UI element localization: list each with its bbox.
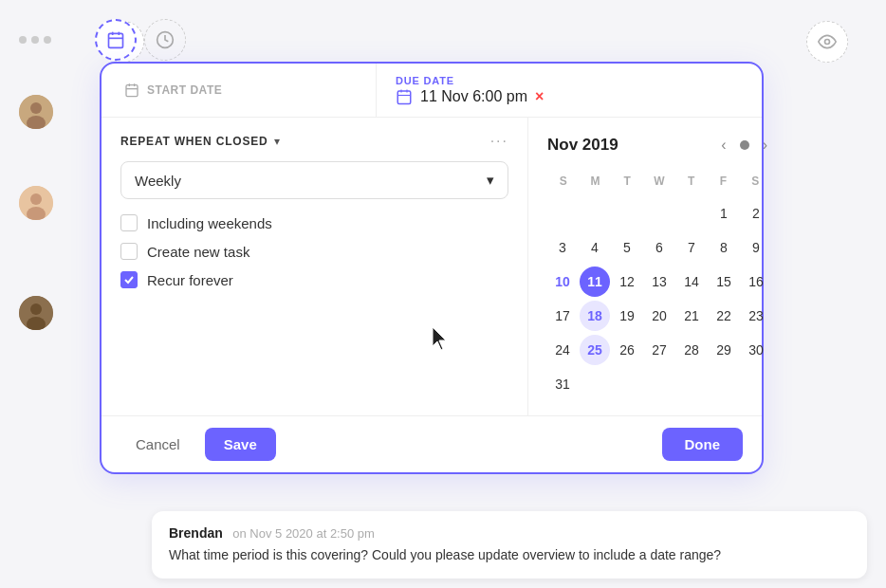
calendar-prev-button[interactable]: ‹	[717, 133, 729, 157]
calendar-day[interactable]: 24	[547, 335, 578, 365]
save-button[interactable]: Save	[205, 428, 276, 461]
calendar-day[interactable]: 10	[547, 266, 578, 297]
calendar-day[interactable]: 8	[709, 232, 739, 263]
repeat-frequency-dropdown[interactable]: Weekly ▾	[120, 161, 508, 199]
calendar-navigation: ‹ ›	[717, 133, 771, 157]
calendar-day[interactable]: 29	[709, 335, 739, 365]
calendar-day[interactable]: 16	[741, 266, 771, 297]
create-new-task-label: Create new task	[147, 244, 249, 260]
create-new-task-checkbox[interactable]	[120, 243, 138, 260]
main-modal: START DATE DUE DATE 11 Nov 6:00 pm ×	[100, 62, 764, 474]
dot-2	[31, 36, 39, 44]
repeat-header: REPEAT WHEN CLOSED ▾ ···	[120, 133, 508, 150]
weekday-s2: S	[739, 171, 771, 192]
calendar-day[interactable]: 6	[644, 232, 674, 263]
calendar-day[interactable]: 5	[612, 232, 642, 263]
weekday-t2: T	[675, 171, 708, 192]
due-date-text: 11 Nov 6:00 pm	[420, 88, 527, 105]
svg-rect-1	[109, 33, 123, 47]
modal-footer: Cancel Save Done	[102, 415, 762, 472]
calendar-day[interactable]: 17	[547, 301, 578, 331]
calendar-day[interactable]: 3	[547, 232, 578, 263]
calendar-day[interactable]: 1	[709, 198, 739, 229]
calendar-day[interactable]: 19	[612, 301, 642, 331]
checkmark-icon	[123, 274, 135, 285]
calendar-weekdays: S M T W T F S	[547, 171, 771, 192]
recur-forever-checkbox[interactable]	[120, 271, 138, 288]
including-weekends-checkbox[interactable]	[120, 214, 138, 231]
calendar-panel: Nov 2019 ‹ › S M T W T F S	[528, 118, 790, 415]
calendar-day[interactable]: 9	[741, 232, 771, 263]
svg-point-8	[30, 102, 42, 114]
footer-left: Cancel Save	[120, 428, 276, 461]
svg-point-14	[30, 303, 42, 315]
cursor-area	[120, 300, 508, 357]
comment-author: Brendan	[169, 525, 223, 541]
cancel-button[interactable]: Cancel	[120, 428, 195, 461]
calendar-day[interactable]: 12	[612, 266, 642, 297]
calendar-day[interactable]: 22	[709, 301, 739, 331]
avatars	[19, 95, 53, 330]
calendar-day[interactable]: 11	[580, 266, 610, 297]
calendar-day[interactable]: 13	[644, 266, 674, 297]
calendar-day[interactable]: 18	[580, 301, 610, 331]
start-date-section[interactable]: START DATE	[102, 64, 377, 117]
calendar-day[interactable]: 23	[741, 301, 771, 331]
recur-forever-label: Recur forever	[147, 272, 233, 288]
avatar-3	[19, 296, 53, 330]
calendar-day[interactable]: 2	[741, 198, 771, 229]
due-date-section[interactable]: DUE DATE 11 Nov 6:00 pm ×	[377, 64, 762, 117]
due-date-value: 11 Nov 6:00 pm ×	[396, 88, 743, 105]
svg-marker-24	[433, 327, 446, 350]
due-date-icon	[396, 88, 413, 105]
calendar-day[interactable]: 20	[644, 301, 674, 331]
top-dots	[19, 36, 51, 44]
done-button[interactable]: Done	[662, 428, 744, 461]
calendar-day[interactable]: 15	[709, 266, 739, 297]
comment-meta: on Nov 5 2020 at 2:50 pm	[232, 526, 375, 541]
comment-section: Brendan on Nov 5 2020 at 2:50 pm What ti…	[152, 511, 867, 579]
calendar-day[interactable]: 25	[580, 335, 610, 365]
calendar-day[interactable]: 26	[612, 335, 642, 365]
repeat-more-button[interactable]: ···	[490, 133, 508, 150]
due-date-clear-button[interactable]: ×	[535, 88, 544, 105]
eye-button[interactable]	[806, 21, 848, 63]
recur-forever-row: Recur forever	[120, 271, 508, 288]
avatar-image-3	[19, 296, 53, 330]
including-weekends-row: Including weekends	[120, 214, 508, 231]
svg-point-6	[825, 40, 830, 45]
comment-text: What time period is this covering? Could…	[169, 545, 850, 565]
avatar-1	[19, 95, 53, 129]
eye-icon	[818, 32, 837, 51]
avatar-image-1	[19, 95, 53, 129]
calendar-next-button[interactable]: ›	[759, 133, 771, 157]
avatar-image-2	[19, 186, 53, 220]
calendar-tab-button[interactable]	[95, 19, 137, 61]
calendar-grid: S M T W T F S 12345678910111213141516171…	[547, 171, 771, 400]
calendar-day[interactable]: 28	[676, 335, 707, 365]
left-panel: REPEAT WHEN CLOSED ▾ ··· Weekly ▾ Includ…	[102, 118, 528, 415]
calendar-day[interactable]: 30	[741, 335, 771, 365]
dropdown-chevron-icon: ▾	[487, 172, 494, 189]
modal-body: REPEAT WHEN CLOSED ▾ ··· Weekly ▾ Includ…	[102, 118, 762, 415]
clock-tab-button[interactable]	[144, 19, 186, 61]
calendar-day[interactable]: 27	[644, 335, 674, 365]
calendar-day[interactable]: 31	[547, 369, 578, 399]
due-date-label: DUE DATE	[396, 75, 743, 86]
calendar-day[interactable]: 7	[676, 232, 707, 263]
calendar-month-year: Nov 2019	[547, 136, 717, 155]
dropdown-value: Weekly	[135, 173, 181, 189]
calendar-today-dot	[740, 140, 749, 150]
calendar-days: 1234567891011121314151617181920212223242…	[547, 197, 771, 400]
calendar-day[interactable]: 14	[676, 266, 707, 297]
weekday-w: W	[643, 171, 675, 192]
start-date-icon	[124, 83, 139, 98]
calendar-header: Nov 2019 ‹ ›	[547, 133, 771, 157]
repeat-chevron-icon[interactable]: ▾	[274, 135, 280, 148]
calendar-day[interactable]: 21	[676, 301, 707, 331]
dot-1	[19, 36, 27, 44]
weekday-s1: S	[547, 171, 580, 192]
clock-icon	[156, 30, 175, 49]
tab-icons	[95, 19, 186, 61]
calendar-day[interactable]: 4	[580, 232, 610, 263]
